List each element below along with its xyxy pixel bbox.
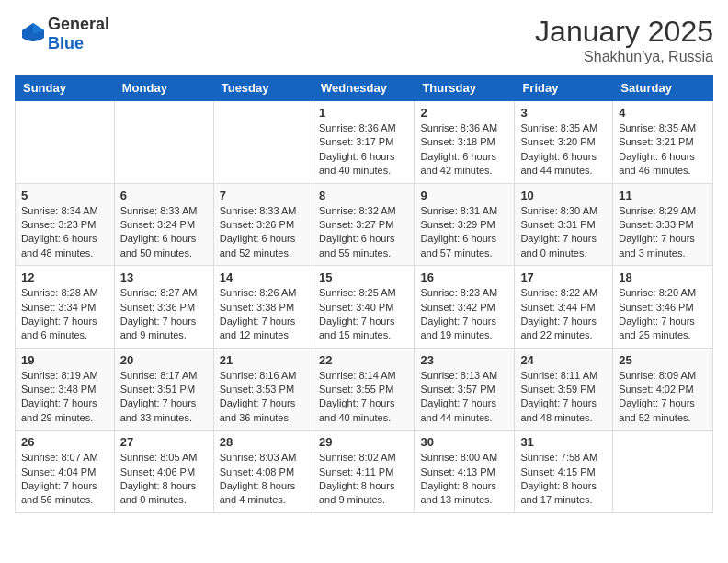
day-number: 18	[619, 270, 707, 284]
calendar-cell: 23Sunrise: 8:13 AMSunset: 3:57 PMDayligh…	[415, 348, 515, 431]
cell-content: Sunrise: 8:20 AMSunset: 3:46 PMDaylight:…	[619, 286, 707, 343]
calendar-cell: 1Sunrise: 8:36 AMSunset: 3:17 PMDaylight…	[313, 101, 414, 184]
page-header: General Blue January 2025 Shakhun'ya, Ru…	[15, 15, 713, 65]
day-number: 27	[120, 435, 208, 449]
calendar-cell: 15Sunrise: 8:25 AMSunset: 3:40 PMDayligh…	[313, 266, 414, 349]
cell-content: Sunrise: 8:07 AMSunset: 4:04 PMDaylight:…	[21, 451, 108, 508]
cell-content: Sunrise: 8:17 AMSunset: 3:51 PMDaylight:…	[120, 369, 208, 426]
cell-content: Sunrise: 8:13 AMSunset: 3:57 PMDaylight:…	[420, 369, 508, 426]
cell-content: Sunrise: 8:25 AMSunset: 3:40 PMDaylight:…	[319, 286, 408, 343]
cell-content: Sunrise: 8:26 AMSunset: 3:38 PMDaylight:…	[220, 286, 307, 343]
calendar-cell: 3Sunrise: 8:35 AMSunset: 3:20 PMDaylight…	[515, 101, 613, 184]
cell-content: Sunrise: 7:58 AMSunset: 4:15 PMDaylight:…	[520, 451, 607, 508]
calendar-day-header-thursday: Thursday	[415, 75, 515, 101]
day-number: 20	[120, 353, 208, 367]
cell-content: Sunrise: 8:35 AMSunset: 3:20 PMDaylight:…	[520, 121, 607, 178]
day-number: 26	[21, 435, 108, 449]
calendar-cell: 28Sunrise: 8:03 AMSunset: 4:08 PMDayligh…	[213, 431, 313, 513]
day-number: 11	[619, 189, 707, 202]
day-number: 10	[520, 189, 607, 202]
cell-content: Sunrise: 8:19 AMSunset: 3:48 PMDaylight:…	[21, 369, 108, 426]
day-number: 8	[319, 189, 408, 202]
day-number: 22	[319, 353, 408, 367]
calendar-cell: 11Sunrise: 8:29 AMSunset: 3:33 PMDayligh…	[613, 183, 713, 266]
calendar-week-row-4: 19Sunrise: 8:19 AMSunset: 3:48 PMDayligh…	[16, 348, 713, 431]
day-number: 13	[120, 270, 208, 284]
cell-content: Sunrise: 8:16 AMSunset: 3:53 PMDaylight:…	[220, 369, 307, 426]
day-number: 23	[420, 353, 508, 367]
day-number: 12	[21, 270, 108, 284]
calendar-day-header-sunday: Sunday	[16, 75, 115, 101]
calendar-cell: 6Sunrise: 8:33 AMSunset: 3:24 PMDaylight…	[114, 183, 213, 266]
day-number: 3	[520, 106, 607, 120]
day-number: 14	[220, 270, 307, 284]
calendar-cell	[16, 101, 115, 184]
calendar-cell: 21Sunrise: 8:16 AMSunset: 3:53 PMDayligh…	[213, 348, 313, 431]
calendar-cell: 29Sunrise: 8:02 AMSunset: 4:11 PMDayligh…	[313, 431, 414, 513]
calendar-week-row-5: 26Sunrise: 8:07 AMSunset: 4:04 PMDayligh…	[16, 431, 713, 513]
cell-content: Sunrise: 8:14 AMSunset: 3:55 PMDaylight:…	[319, 369, 408, 426]
cell-content: Sunrise: 8:35 AMSunset: 3:21 PMDaylight:…	[619, 121, 707, 178]
cell-content: Sunrise: 8:33 AMSunset: 3:24 PMDaylight:…	[120, 204, 208, 261]
calendar-cell	[114, 101, 213, 184]
calendar-cell: 2Sunrise: 8:36 AMSunset: 3:18 PMDaylight…	[415, 101, 515, 184]
calendar-week-row-3: 12Sunrise: 8:28 AMSunset: 3:34 PMDayligh…	[16, 266, 713, 349]
calendar-cell: 4Sunrise: 8:35 AMSunset: 3:21 PMDaylight…	[613, 101, 713, 184]
day-number: 9	[420, 189, 508, 202]
month-title: January 2025	[535, 15, 713, 49]
calendar-cell: 27Sunrise: 8:05 AMSunset: 4:06 PMDayligh…	[114, 431, 213, 513]
calendar-cell: 26Sunrise: 8:07 AMSunset: 4:04 PMDayligh…	[16, 431, 115, 513]
day-number: 24	[520, 353, 607, 367]
calendar-cell: 14Sunrise: 8:26 AMSunset: 3:38 PMDayligh…	[213, 266, 313, 349]
day-number: 4	[619, 106, 707, 120]
calendar-day-header-tuesday: Tuesday	[213, 75, 313, 101]
calendar-cell: 17Sunrise: 8:22 AMSunset: 3:44 PMDayligh…	[515, 266, 613, 349]
cell-content: Sunrise: 8:32 AMSunset: 3:27 PMDaylight:…	[319, 204, 408, 261]
calendar-cell: 13Sunrise: 8:27 AMSunset: 3:36 PMDayligh…	[114, 266, 213, 349]
title-block: January 2025 Shakhun'ya, Russia	[535, 15, 713, 65]
calendar-week-row-2: 5Sunrise: 8:34 AMSunset: 3:23 PMDaylight…	[16, 183, 713, 266]
calendar-cell: 9Sunrise: 8:31 AMSunset: 3:29 PMDaylight…	[415, 183, 515, 266]
calendar-day-header-monday: Monday	[114, 75, 213, 101]
logo: General Blue	[15, 15, 109, 53]
calendar-cell: 25Sunrise: 8:09 AMSunset: 4:02 PMDayligh…	[613, 348, 713, 431]
calendar-cell: 16Sunrise: 8:23 AMSunset: 3:42 PMDayligh…	[415, 266, 515, 349]
calendar-cell: 5Sunrise: 8:34 AMSunset: 3:23 PMDaylight…	[16, 183, 115, 266]
cell-content: Sunrise: 8:11 AMSunset: 3:59 PMDaylight:…	[520, 369, 607, 426]
day-number: 17	[520, 270, 607, 284]
day-number: 6	[120, 189, 208, 202]
calendar-cell: 22Sunrise: 8:14 AMSunset: 3:55 PMDayligh…	[313, 348, 414, 431]
calendar-table: SundayMondayTuesdayWednesdayThursdayFrid…	[15, 75, 713, 513]
day-number: 5	[21, 189, 108, 202]
cell-content: Sunrise: 8:27 AMSunset: 3:36 PMDaylight:…	[120, 286, 208, 343]
cell-content: Sunrise: 8:36 AMSunset: 3:17 PMDaylight:…	[319, 121, 408, 178]
day-number: 31	[520, 435, 607, 449]
location-title: Shakhun'ya, Russia	[535, 49, 713, 65]
day-number: 29	[319, 435, 408, 449]
logo-general: General	[48, 15, 109, 33]
cell-content: Sunrise: 8:09 AMSunset: 4:02 PMDaylight:…	[619, 369, 707, 426]
day-number: 28	[220, 435, 307, 449]
calendar-cell: 20Sunrise: 8:17 AMSunset: 3:51 PMDayligh…	[114, 348, 213, 431]
calendar-day-header-friday: Friday	[515, 75, 613, 101]
calendar-cell: 30Sunrise: 8:00 AMSunset: 4:13 PMDayligh…	[415, 431, 515, 513]
day-number: 16	[420, 270, 508, 284]
cell-content: Sunrise: 8:05 AMSunset: 4:06 PMDaylight:…	[120, 451, 208, 508]
cell-content: Sunrise: 8:22 AMSunset: 3:44 PMDaylight:…	[520, 286, 607, 343]
cell-content: Sunrise: 8:29 AMSunset: 3:33 PMDaylight:…	[619, 204, 707, 261]
cell-content: Sunrise: 8:36 AMSunset: 3:18 PMDaylight:…	[420, 121, 508, 178]
cell-content: Sunrise: 8:33 AMSunset: 3:26 PMDaylight:…	[220, 204, 307, 261]
calendar-cell: 8Sunrise: 8:32 AMSunset: 3:27 PMDaylight…	[313, 183, 414, 266]
day-number: 19	[21, 353, 108, 367]
cell-content: Sunrise: 8:34 AMSunset: 3:23 PMDaylight:…	[21, 204, 108, 261]
calendar-cell: 24Sunrise: 8:11 AMSunset: 3:59 PMDayligh…	[515, 348, 613, 431]
day-number: 25	[619, 353, 707, 367]
day-number: 2	[420, 106, 508, 120]
calendar-cell	[613, 431, 713, 513]
calendar-cell: 19Sunrise: 8:19 AMSunset: 3:48 PMDayligh…	[16, 348, 115, 431]
cell-content: Sunrise: 8:23 AMSunset: 3:42 PMDaylight:…	[420, 286, 508, 343]
calendar-header-row: SundayMondayTuesdayWednesdayThursdayFrid…	[16, 75, 713, 101]
logo-icon	[18, 19, 48, 49]
logo-blue: Blue	[48, 34, 84, 52]
day-number: 7	[220, 189, 307, 202]
